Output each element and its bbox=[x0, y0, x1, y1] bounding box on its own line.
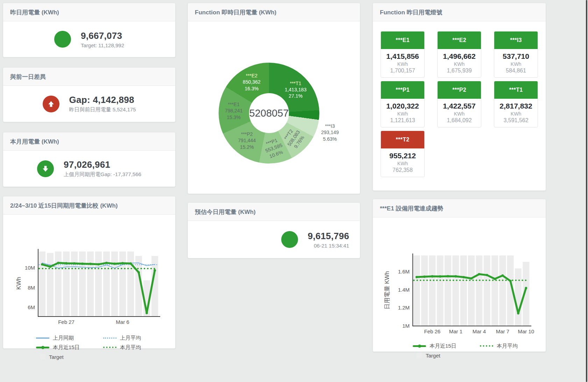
compare-chart: 6M8M10MFeb 27Mar 6KWh 上月同期上月平均本月近15日本月平均… bbox=[14, 247, 163, 361]
tile-header-label: ***E2 bbox=[438, 32, 481, 49]
device-tile-E1[interactable]: ***E11,415,856KWh1,700,157 bbox=[381, 31, 425, 78]
legend-label: Target bbox=[426, 353, 440, 359]
legend-swatch bbox=[480, 345, 493, 347]
donut-slice-label-E1: ***E1798,24115.3% bbox=[225, 101, 243, 120]
tile-body: 1,422,557KWh1,684,092 bbox=[438, 99, 481, 127]
card-title-today-estimate: 預估今日用電量 (KWh) bbox=[188, 203, 360, 221]
legend-swatch bbox=[103, 347, 116, 348]
svg-text:Mar 4: Mar 4 bbox=[473, 328, 486, 334]
legend-item-上月平均[interactable]: 上月平均 bbox=[103, 334, 163, 342]
tile-header-label: ***P1 bbox=[381, 81, 424, 99]
legend-item-Target[interactable]: Target bbox=[36, 353, 103, 361]
tile-usage-value: 1,422,557 bbox=[439, 102, 480, 110]
card-function-lights: Function 昨日用電燈號 ***E11,415,856KWh1,700,1… bbox=[373, 3, 546, 191]
legend-label: 本月平均 bbox=[120, 344, 141, 351]
gap-previous-day-value: Gap: 4,142,898 bbox=[69, 95, 136, 105]
tile-target-value: 762,358 bbox=[382, 167, 423, 173]
device-tile-P2[interactable]: ***P21,422,557KWh1,684,092 bbox=[437, 81, 481, 127]
tile-header-label: ***T2 bbox=[381, 131, 424, 148]
legend-label: Target bbox=[49, 354, 64, 360]
device-tile-T2[interactable]: ***T2955,212KWh762,358 bbox=[381, 131, 425, 177]
legend-item-本月近15日[interactable]: 本月近15日 bbox=[36, 343, 103, 351]
card-title-e1-trend: ***E1 設備用電達成趨勢 bbox=[373, 199, 546, 217]
tile-body: 2,817,832KWh3,591,562 bbox=[494, 99, 538, 127]
legend-label: 本月近15日 bbox=[430, 343, 456, 349]
donut-center-total: 5208057 bbox=[249, 107, 289, 119]
tile-target-value: 1,675,939 bbox=[439, 68, 480, 74]
svg-text:1.2M: 1.2M bbox=[398, 305, 410, 311]
svg-text:Mar 7: Mar 7 bbox=[496, 328, 509, 334]
today-estimate-timestamp: 06-21 15:34:41 bbox=[308, 243, 349, 249]
tile-header-label: ***T1 bbox=[494, 81, 538, 99]
month-usage-value: 97,026,961 bbox=[64, 159, 141, 170]
today-estimate-value: 9,615,796 bbox=[308, 231, 349, 242]
tile-usage-value: 1,415,856 bbox=[382, 52, 423, 61]
tile-body: 537,710KWh584,861 bbox=[494, 49, 538, 77]
arrow-up-circle-icon bbox=[43, 96, 59, 112]
tile-target-value: 3,591,562 bbox=[496, 117, 536, 124]
legend-item-Target[interactable]: Target bbox=[413, 352, 480, 359]
legend-label: 本月平均 bbox=[497, 343, 518, 349]
tile-usage-value: 537,710 bbox=[496, 52, 536, 61]
card-month-usage: 本月用電量 (KWh) 97,026,961 上個月同期用電Gap: -17,3… bbox=[3, 132, 176, 187]
device-tile-P1[interactable]: ***P11,020,322KWh1,121,613 bbox=[381, 81, 425, 127]
device-tile-T1[interactable]: ***T12,817,832KWh3,591,562 bbox=[494, 81, 538, 127]
tile-body: 1,020,322KWh1,121,613 bbox=[381, 99, 424, 127]
tile-header-label: ***I3 bbox=[494, 32, 538, 49]
tile-unit-label: KWh bbox=[382, 111, 423, 117]
legend-label: 上月平均 bbox=[120, 335, 141, 341]
status-circle-icon bbox=[281, 231, 298, 248]
yesterday-usage-target: Target: 11,128,992 bbox=[81, 42, 124, 48]
tile-target-value: 1,684,092 bbox=[439, 117, 480, 124]
svg-text:1M: 1M bbox=[402, 323, 410, 329]
tile-header-label: ***P2 bbox=[438, 81, 481, 99]
tile-unit-label: KWh bbox=[496, 61, 536, 67]
legend-swatch bbox=[36, 338, 49, 339]
card-title-function-realtime: Function 即時日用電量 (KWh) bbox=[188, 3, 360, 21]
card-function-realtime-donut: Function 即時日用電量 (KWh) 5208057 ***T11,413… bbox=[187, 3, 360, 194]
tile-body: 1,415,856KWh1,700,157 bbox=[381, 49, 424, 77]
tile-usage-value: 955,212 bbox=[382, 152, 423, 160]
legend-item-本月近15日[interactable]: 本月近15日 bbox=[413, 342, 480, 350]
status-circle-icon bbox=[54, 31, 71, 48]
svg-text:Mar 10: Mar 10 bbox=[518, 328, 534, 334]
e1-trend-chart-legend: 本月近15日本月平均Target bbox=[413, 342, 538, 359]
legend-label: 本月近15日 bbox=[53, 344, 80, 351]
tile-unit-label: KWh bbox=[382, 161, 423, 166]
legend-swatch bbox=[103, 338, 116, 339]
tile-usage-value: 1,020,322 bbox=[382, 102, 423, 110]
device-tile-E2[interactable]: ***E21,496,662KWh1,675,939 bbox=[437, 31, 481, 78]
card-yesterday-usage: 昨日用電量 (KWh) 9,667,073 Target: 11,128,992 bbox=[3, 3, 176, 57]
tile-body: 955,212KWh762,358 bbox=[381, 148, 424, 177]
card-title-month-usage: 本月用電量 (KWh) bbox=[3, 132, 175, 151]
donut-slice-label-I3: ***I3293,1495.63% bbox=[321, 123, 339, 142]
tile-header-label: ***E1 bbox=[381, 32, 424, 49]
e1-trend-chart: 1M1.2M1.4M1.6MFeb 26Mar 1Mar 4Mar 7Mar 1… bbox=[381, 252, 538, 359]
month-usage-gap: 上個月同期用電Gap: -17,377,566 bbox=[64, 171, 141, 178]
legend-swatch bbox=[36, 347, 49, 348]
card-today-estimate: 預估今日用電量 (KWh) 9,615,796 06-21 15:34:41 bbox=[187, 202, 360, 258]
tile-target-value: 584,861 bbox=[496, 68, 536, 74]
svg-text:Feb 26: Feb 26 bbox=[424, 328, 440, 334]
svg-text:6M: 6M bbox=[28, 304, 35, 310]
legend-swatch bbox=[413, 345, 426, 347]
donut-slice-label-E2: ***E2850,36216.3% bbox=[243, 72, 261, 92]
card-gap-previous-day: 與前一日差異 Gap: 4,142,898 昨日與前日用電量 5,524,175 bbox=[3, 67, 176, 122]
tile-unit-label: KWh bbox=[496, 111, 536, 117]
device-tile-I3[interactable]: ***I3537,710KWh584,861 bbox=[494, 31, 538, 78]
compare-chart-legend: 上月同期上月平均本月近15日本月平均Target bbox=[36, 334, 163, 361]
legend-label: 上月同期 bbox=[53, 335, 74, 341]
compare-chart-canvas: 6M8M10MFeb 27Mar 6KWh bbox=[14, 247, 163, 331]
yesterday-usage-value: 9,667,073 bbox=[81, 30, 124, 41]
card-e1-trend-chart: ***E1 設備用電達成趨勢 1M1.2M1.4M1.6MFeb 26Mar 1… bbox=[373, 199, 546, 352]
vertical-scrollbar[interactable] bbox=[586, 0, 587, 382]
legend-item-上月同期[interactable]: 上月同期 bbox=[36, 334, 103, 342]
legend-swatch bbox=[40, 354, 45, 360]
gap-previous-day-sub: 昨日與前日用電量 5,524,175 bbox=[69, 106, 136, 113]
card-title-gap-previous-day: 與前一日差異 bbox=[3, 68, 175, 86]
tile-unit-label: KWh bbox=[439, 111, 480, 117]
svg-text:Mar 1: Mar 1 bbox=[449, 328, 462, 334]
legend-item-本月平均[interactable]: 本月平均 bbox=[103, 343, 163, 351]
arrow-down-circle-icon bbox=[37, 160, 54, 177]
legend-item-本月平均[interactable]: 本月平均 bbox=[480, 342, 538, 350]
